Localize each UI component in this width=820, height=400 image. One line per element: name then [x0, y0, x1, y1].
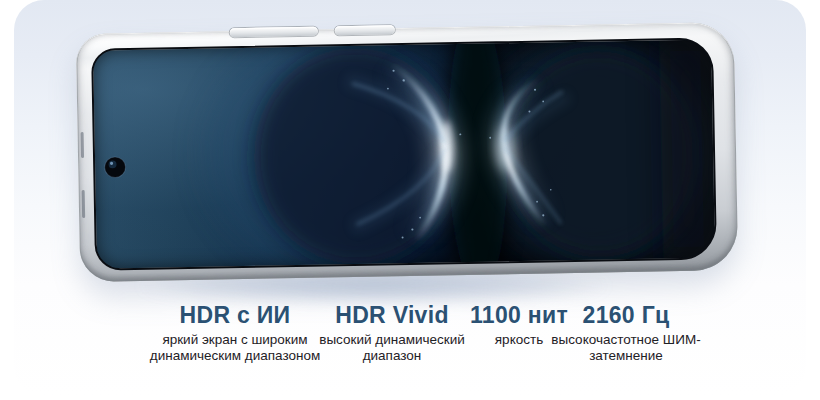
- feature-description: высокочастотное ШИМ-затемнение: [550, 332, 702, 363]
- phone: [76, 22, 738, 282]
- front-camera: [104, 157, 125, 178]
- feature-pwm-dimming: 2160 Гц высокочастотное ШИМ-затемнение: [550, 303, 702, 363]
- feature-description: яркий экран с широким динамическим диапа…: [135, 332, 335, 363]
- screen-wallpaper: [93, 39, 715, 268]
- feature-title: HDR Vivid: [307, 303, 477, 328]
- phone-screen: [91, 37, 717, 270]
- feature-description: высокий динамический диапазон: [307, 332, 477, 363]
- feature-title: HDR с ИИ: [135, 303, 335, 328]
- feature-hdr-vivid: HDR Vivid высокий динамический диапазон: [307, 303, 477, 363]
- antenna-slit: [81, 132, 84, 158]
- product-banner: HDR с ИИ яркий экран с широким динамичес…: [0, 0, 820, 400]
- antenna-slit: [82, 190, 86, 218]
- feature-title: 2160 Гц: [550, 303, 702, 328]
- power-button: [335, 25, 395, 35]
- volume-button: [230, 27, 318, 38]
- feature-hdr-ai: HDR с ИИ яркий экран с широким динамичес…: [135, 303, 335, 363]
